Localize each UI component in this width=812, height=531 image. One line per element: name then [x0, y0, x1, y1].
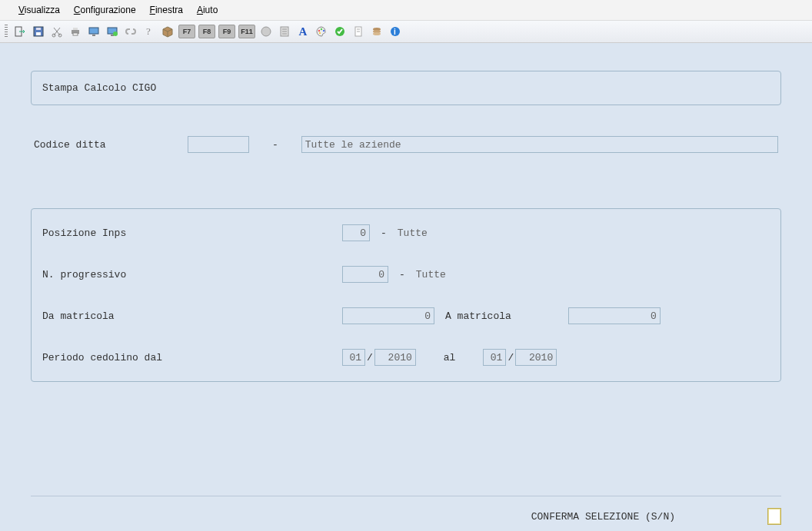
desc-n-progressivo: Tutte	[416, 269, 446, 280]
label-al: al	[444, 352, 456, 363]
input-codice-ditta[interactable]	[188, 136, 249, 153]
dash: -	[272, 139, 278, 151]
row-n-progressivo: N. progressivo - Tutte	[42, 266, 770, 283]
label-periodo: Periodo cedolino dal	[42, 352, 342, 363]
svg-text:?: ?	[146, 25, 151, 37]
input-posizione-inps[interactable]	[342, 224, 370, 241]
svg-point-20	[318, 30, 320, 32]
svg-point-21	[321, 28, 322, 30]
svg-rect-2	[36, 32, 41, 35]
help-icon[interactable]: ?	[141, 24, 157, 39]
svg-point-13	[113, 32, 118, 36]
footer: CONFERMA SELEZIONE (S/N)	[31, 508, 781, 525]
details-panel: Posizione Inps - Tutte N. progressivo - …	[31, 208, 781, 382]
slash1: /	[367, 352, 373, 363]
doc-icon[interactable]	[351, 24, 366, 39]
circle-icon[interactable]	[258, 24, 274, 39]
print-icon[interactable]	[68, 24, 83, 39]
f8-key[interactable]: F8	[198, 25, 215, 38]
menu-visualizza[interactable]: VVisualizzaisualizza	[18, 5, 60, 15]
title-panel: Stampa Calcolo CIGO	[31, 71, 781, 105]
monitor1-icon[interactable]	[86, 24, 102, 39]
slash2: /	[508, 352, 514, 363]
f7-key[interactable]: F7	[178, 25, 195, 38]
cut-icon[interactable]	[49, 24, 65, 39]
box-icon[interactable]	[160, 24, 175, 39]
exit-icon[interactable]	[12, 24, 28, 39]
menubar: VVisualizzaisualizza Configurazione Fine…	[0, 0, 812, 20]
menu-aiuto[interactable]: Aiuto	[197, 5, 218, 15]
palette-icon[interactable]	[314, 24, 329, 39]
content-area: Stampa Calcolo CIGO Codice ditta - Posiz…	[0, 43, 812, 531]
save-icon[interactable]	[31, 24, 46, 39]
notes-icon[interactable]	[277, 24, 292, 39]
input-periodo-yyyy1[interactable]	[374, 349, 416, 366]
row-periodo: Periodo cedolino dal / al /	[42, 349, 770, 366]
input-periodo-mm1[interactable]	[342, 349, 365, 366]
svg-point-15	[261, 27, 271, 36]
menu-finestra[interactable]: Finestra	[150, 5, 183, 15]
confirm-input[interactable]	[767, 508, 781, 525]
monitor2-icon[interactable]	[105, 24, 120, 39]
f11-key[interactable]: F11	[238, 25, 255, 38]
input-codice-ditta-desc[interactable]	[301, 136, 778, 153]
separator-line	[31, 496, 781, 499]
font-icon[interactable]: A	[295, 24, 311, 39]
svg-text:i: i	[394, 28, 396, 36]
input-n-progressivo[interactable]	[342, 266, 388, 283]
desc-posizione-inps: Tutte	[398, 227, 428, 239]
label-n-progressivo: N. progressivo	[42, 269, 342, 280]
info-icon[interactable]: i	[388, 24, 403, 39]
label-a-matricola: A matricola	[445, 310, 511, 322]
row-codice-ditta: Codice ditta -	[31, 136, 781, 153]
dash2: -	[381, 227, 387, 239]
row-posizione-inps: Posizione Inps - Tutte	[42, 224, 770, 241]
toolbar: ? F7 F8 F9 F11 A i	[0, 20, 812, 43]
panel-title: Stampa Calcolo CIGO	[42, 82, 156, 94]
input-da-matricola[interactable]	[342, 307, 434, 324]
label-posizione-inps: Posizione Inps	[42, 227, 342, 239]
confirm-prompt: CONFERMA SELEZIONE (S/N)	[531, 511, 675, 523]
svg-rect-8	[73, 33, 78, 35]
ok-icon[interactable]	[332, 24, 348, 39]
dash3: -	[399, 269, 405, 280]
f9-key[interactable]: F9	[218, 25, 235, 38]
stack-icon[interactable]	[369, 24, 384, 39]
svg-point-30	[373, 32, 381, 35]
svg-rect-3	[36, 28, 41, 30]
svg-rect-7	[73, 28, 78, 30]
input-periodo-yyyy2[interactable]	[515, 349, 557, 366]
row-matricola: Da matricola A matricola	[42, 307, 770, 324]
input-a-matricola[interactable]	[568, 307, 661, 324]
svg-rect-9	[89, 28, 98, 34]
svg-point-23	[319, 32, 321, 34]
link-icon[interactable]	[123, 24, 138, 39]
svg-rect-10	[92, 35, 95, 36]
toolbar-grip	[5, 25, 8, 38]
input-periodo-mm2[interactable]	[483, 349, 506, 366]
label-codice-ditta: Codice ditta	[34, 139, 188, 151]
label-da-matricola: Da matricola	[42, 310, 342, 322]
svg-point-22	[323, 30, 324, 32]
menu-configurazione[interactable]: Configurazione	[74, 5, 136, 15]
